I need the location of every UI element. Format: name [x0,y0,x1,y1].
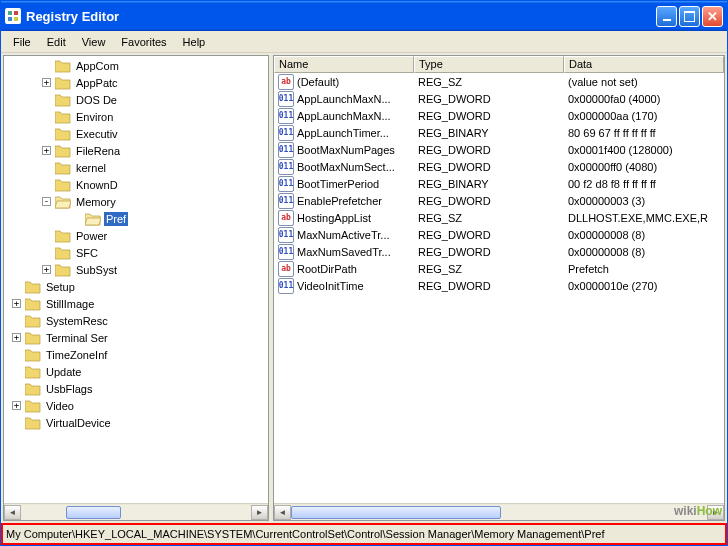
tree-label[interactable]: Update [44,365,83,379]
list-row[interactable]: 011MaxNumSavedTr...REG_DWORD0x00000008 (… [274,243,724,260]
tree-body[interactable]: AppCom+ AppPatc DOS De Environ Executiv+… [4,56,268,503]
tree-label[interactable]: UsbFlags [44,382,94,396]
list-row[interactable]: abRootDirPathREG_SZPrefetch [274,260,724,277]
tree-item[interactable]: + SubSyst [4,261,268,278]
tree-item[interactable]: Executiv [4,125,268,142]
menu-edit[interactable]: Edit [39,33,74,51]
maximize-button[interactable] [679,6,700,27]
menu-file[interactable]: File [5,33,39,51]
list-hscrollbar[interactable]: ◄ ► [274,503,724,520]
list-row[interactable]: 011AppLaunchMaxN...REG_DWORD0x00000fa0 (… [274,90,724,107]
list-row[interactable]: 011BootTimerPeriodREG_BINARY00 f2 d8 f8 … [274,175,724,192]
close-button[interactable] [702,6,723,27]
tree-label[interactable]: Power [74,229,109,243]
tree-label[interactable]: Video [44,399,76,413]
collapse-icon[interactable]: - [42,197,51,206]
list-row[interactable]: 011BootMaxNumSect...REG_DWORD0x00000ff0 … [274,158,724,175]
titlebar[interactable]: Registry Editor [1,1,727,31]
tree-item[interactable]: Update [4,363,268,380]
svg-rect-1 [14,11,18,15]
binary-value-icon: 011 [278,176,294,192]
tree-label[interactable]: AppCom [74,59,121,73]
expand-icon[interactable]: + [42,265,51,274]
tree-label[interactable]: Environ [74,110,115,124]
expand-icon[interactable]: + [12,333,21,342]
tree-item[interactable]: - Memory [4,193,268,210]
tree-label[interactable]: AppPatc [74,76,120,90]
scroll-right-button[interactable]: ► [251,505,268,520]
tree-label[interactable]: KnownD [74,178,120,192]
list-row[interactable]: 011VideoInitTimeREG_DWORD0x0000010e (270… [274,277,724,294]
tree-item[interactable]: + AppPatc [4,74,268,91]
tree-label[interactable]: kernel [74,161,108,175]
value-data: DLLHOST.EXE,MMC.EXE,R [564,212,724,224]
folder-icon [25,365,41,379]
tree-item[interactable]: + Terminal Ser [4,329,268,346]
menu-view[interactable]: View [74,33,114,51]
tree-label[interactable]: DOS De [74,93,119,107]
tree-item[interactable]: Setup [4,278,268,295]
tree-label[interactable]: StillImage [44,297,96,311]
list-row[interactable]: abHostingAppListREG_SZDLLHOST.EXE,MMC.EX… [274,209,724,226]
expand-icon[interactable]: + [12,299,21,308]
tree-item[interactable]: + StillImage [4,295,268,312]
value-data: Prefetch [564,263,724,275]
tree-label[interactable]: FileRena [74,144,122,158]
tree-item[interactable]: DOS De [4,91,268,108]
expand-icon[interactable]: + [42,78,51,87]
column-name[interactable]: Name [274,56,414,73]
tree-item[interactable]: SFC [4,244,268,261]
tree-label[interactable]: Terminal Ser [44,331,110,345]
tree-item[interactable]: KnownD [4,176,268,193]
tree-label[interactable]: Executiv [74,127,120,141]
tree-label[interactable]: SystemResc [44,314,110,328]
tree-item[interactable]: Power [4,227,268,244]
tree-label[interactable]: SubSyst [74,263,119,277]
scroll-track[interactable] [291,505,707,520]
tree-item[interactable]: Environ [4,108,268,125]
list-row[interactable]: 011BootMaxNumPagesREG_DWORD0x0001f400 (1… [274,141,724,158]
tree-label[interactable]: Memory [74,195,118,209]
scroll-track[interactable] [21,505,251,520]
value-name: VideoInitTime [297,280,364,292]
scroll-thumb[interactable] [66,506,121,519]
value-type: REG_DWORD [414,280,564,292]
list-pane: Name Type Data ab(Default)REG_SZ(value n… [273,55,725,521]
expand-icon[interactable]: + [42,146,51,155]
scroll-thumb[interactable] [291,506,501,519]
list-body[interactable]: ab(Default)REG_SZ(value not set)011AppLa… [274,73,724,503]
tree-item[interactable]: AppCom [4,57,268,74]
expand-icon[interactable]: + [12,401,21,410]
tree-item[interactable]: kernel [4,159,268,176]
minimize-button[interactable] [656,6,677,27]
folder-icon [25,399,41,413]
value-name: AppLaunchTimer... [297,127,389,139]
tree-label[interactable]: SFC [74,246,100,260]
value-name: MaxNumActiveTr... [297,229,390,241]
tree-hscrollbar[interactable]: ◄ ► [4,503,268,520]
tree-item[interactable]: UsbFlags [4,380,268,397]
tree-item[interactable]: TimeZoneInf [4,346,268,363]
tree-label[interactable]: TimeZoneInf [44,348,109,362]
tree-item[interactable]: Pref [4,210,268,227]
list-row[interactable]: 011EnablePrefetcherREG_DWORD0x00000003 (… [274,192,724,209]
tree-label[interactable]: Pref [104,212,128,226]
tree-label[interactable]: Setup [44,280,77,294]
tree-item[interactable]: VirtualDevice [4,414,268,431]
menu-help[interactable]: Help [175,33,214,51]
scroll-left-button[interactable]: ◄ [274,505,291,520]
scroll-left-button[interactable]: ◄ [4,505,21,520]
tree-item[interactable]: + FileRena [4,142,268,159]
value-name: HostingAppList [297,212,371,224]
list-row[interactable]: ab(Default)REG_SZ(value not set) [274,73,724,90]
list-row[interactable]: 011MaxNumActiveTr...REG_DWORD0x00000008 … [274,226,724,243]
tree-item[interactable]: SystemResc [4,312,268,329]
tree-item[interactable]: + Video [4,397,268,414]
content-area: AppCom+ AppPatc DOS De Environ Executiv+… [1,53,727,523]
list-row[interactable]: 011AppLaunchTimer...REG_BINARY80 69 67 f… [274,124,724,141]
menu-favorites[interactable]: Favorites [113,33,174,51]
column-data[interactable]: Data [564,56,724,73]
tree-label[interactable]: VirtualDevice [44,416,113,430]
list-row[interactable]: 011AppLaunchMaxN...REG_DWORD0x000000aa (… [274,107,724,124]
column-type[interactable]: Type [414,56,564,73]
